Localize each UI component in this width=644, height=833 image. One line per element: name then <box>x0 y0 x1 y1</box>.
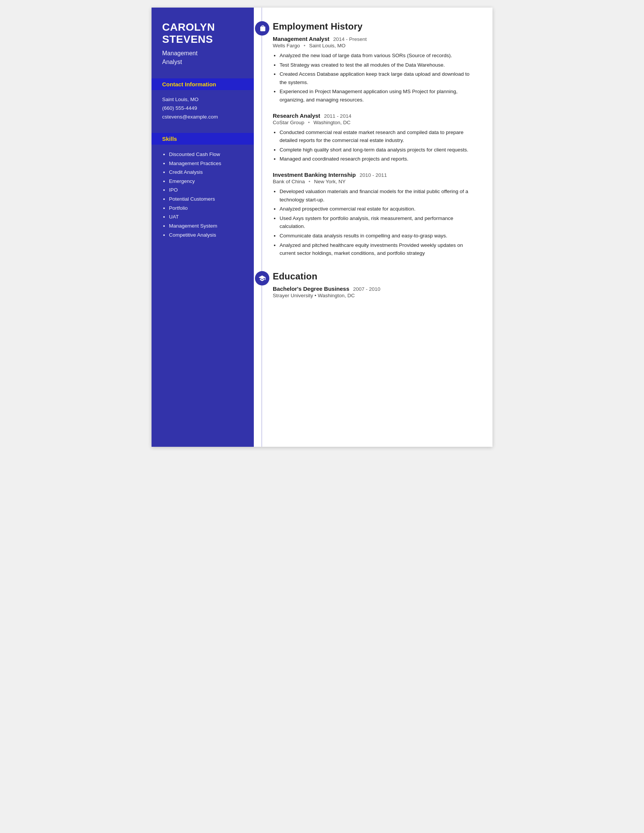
list-item: Competitive Analysis <box>169 231 243 240</box>
list-item: Developed valuation materials and financ… <box>280 187 477 204</box>
list-item: Test Strategy was created to test the al… <box>280 61 477 69</box>
job-company: CoStar Group • Washington, DC <box>273 120 477 125</box>
job-item: Investment Banking Internship 2010 - 201… <box>273 172 477 257</box>
list-item: Discounted Cash Flow <box>169 150 243 159</box>
list-item: Emergency <box>169 177 243 186</box>
list-item: Complete high quality short and long-ter… <box>280 146 477 154</box>
skills-list: Discounted Cash Flow Management Practice… <box>162 150 243 239</box>
job-item: Research Analyst 2011 - 2014 CoStar Grou… <box>273 113 477 163</box>
job-title: Research Analyst <box>273 113 320 119</box>
section-header-row: Education <box>273 271 477 282</box>
section-header-row: Employment History <box>273 21 477 32</box>
education-section: Education Bachelor's Degree Business 200… <box>273 271 477 298</box>
employment-title: Employment History <box>273 21 362 32</box>
main-content: Employment History Management Analyst 20… <box>254 8 493 447</box>
education-item: Bachelor's Degree Business 2007 - 2010 S… <box>273 286 477 298</box>
job-dates: 2014 - Present <box>333 36 367 42</box>
list-item: Analyzed the new load of large data from… <box>280 51 477 60</box>
skills-header: Skills <box>151 133 254 145</box>
list-item: Managed and coordinated research project… <box>280 155 477 163</box>
job-bullets: Developed valuation materials and financ… <box>273 187 477 257</box>
list-item: Management Practices <box>169 159 243 168</box>
edu-school: Strayer University • Washington, DC <box>273 293 477 298</box>
education-title: Education <box>273 271 317 282</box>
list-item: Created Access Database application keep… <box>280 70 477 86</box>
contact-section: Contact Information Saint Louis, MO (660… <box>162 78 243 122</box>
edu-degree: Bachelor's Degree Business <box>273 286 349 292</box>
contact-phone: (660) 555-4449 <box>162 104 243 113</box>
job-bullets: Analyzed the new load of large data from… <box>273 51 477 104</box>
job-item: Management Analyst 2014 - Present Wells … <box>273 35 477 104</box>
list-item: Analyzed prospective commercial real est… <box>280 205 477 213</box>
job-dates: 2011 - 2014 <box>324 113 351 119</box>
list-item: Analyzed and pitched healthcare equity i… <box>280 241 477 257</box>
job-company: Wells Fargo • Saint Louis, MO <box>273 43 477 48</box>
list-item: Portfolio <box>169 204 243 213</box>
job-header: Management Analyst 2014 - Present <box>273 35 477 42</box>
timeline-line <box>261 8 262 447</box>
list-item: Management System <box>169 222 243 231</box>
job-header: Investment Banking Internship 2010 - 201… <box>273 172 477 178</box>
job-dates: 2010 - 2011 <box>359 172 387 178</box>
contact-header: Contact Information <box>151 78 254 90</box>
list-item: Conducted commercial real estate market … <box>280 129 477 145</box>
briefcase-icon <box>255 21 269 35</box>
graduation-cap-icon <box>255 271 269 286</box>
contact-location: Saint Louis, MO <box>162 95 243 104</box>
list-item: Experienced in Project Management applic… <box>280 87 477 104</box>
job-header: Research Analyst 2011 - 2014 <box>273 113 477 119</box>
edu-header: Bachelor's Degree Business 2007 - 2010 <box>273 286 477 292</box>
list-item: Credit Analysis <box>169 168 243 177</box>
sidebar: CAROLYN STEVENS ManagementAnalyst Contac… <box>151 8 254 447</box>
list-item: Communicate data analysis results in com… <box>280 232 477 240</box>
list-item: IPO <box>169 185 243 195</box>
skills-section: Skills Discounted Cash Flow Management P… <box>162 133 243 239</box>
list-item: UAT <box>169 212 243 222</box>
job-title: Management Analyst <box>273 35 329 42</box>
edu-dates: 2007 - 2010 <box>353 286 380 292</box>
job-title: Investment Banking Internship <box>273 172 356 178</box>
contact-email: cstevens@example.com <box>162 113 243 122</box>
job-bullets: Conducted commercial real estate market … <box>273 129 477 163</box>
list-item: Potential Customers <box>169 195 243 204</box>
job-company: Bank of China • New York, NY <box>273 179 477 184</box>
employment-section: Employment History Management Analyst 20… <box>273 21 477 257</box>
candidate-title: ManagementAnalyst <box>162 49 243 66</box>
candidate-name: CAROLYN STEVENS <box>162 21 243 45</box>
resume: CAROLYN STEVENS ManagementAnalyst Contac… <box>151 8 493 447</box>
list-item: Used Axys system for portfolio analysis,… <box>280 214 477 231</box>
